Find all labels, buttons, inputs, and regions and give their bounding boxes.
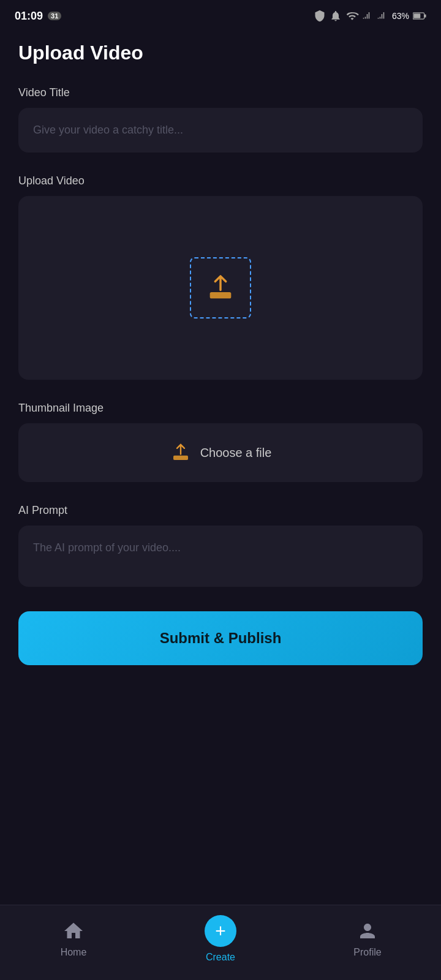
wifi-icon [345, 10, 359, 22]
nav-profile-label: Profile [353, 947, 381, 958]
upload-arrow-icon [205, 272, 236, 304]
thumbnail-label: Thumbnail Image [18, 402, 423, 415]
video-title-section: Video Title [18, 86, 423, 175]
signal-icon [363, 10, 374, 21]
page-title: Upload Video [18, 42, 423, 64]
svg-rect-4 [173, 456, 188, 460]
upload-drop-area[interactable] [18, 196, 423, 380]
upload-icon-inner [205, 272, 236, 304]
shield-icon [314, 10, 326, 22]
signal-icon-2 [377, 10, 388, 21]
battery-icon [413, 12, 426, 20]
thumbnail-section: Thumbnail Image Choose a file [18, 402, 423, 482]
main-content: Upload Video Video Title Upload Video [0, 29, 441, 769]
upload-video-label: Upload Video [18, 175, 423, 187]
home-icon [62, 920, 85, 942]
svg-rect-1 [413, 13, 420, 18]
status-left: 01:09 31 [15, 10, 61, 23]
upload-video-section: Upload Video [18, 175, 423, 380]
choose-file-icon [170, 442, 192, 464]
alarm-icon [330, 10, 342, 22]
status-bar: 01:09 31 63% [0, 0, 441, 29]
submit-publish-button[interactable]: Submit & Publish [18, 611, 423, 665]
choose-file-button[interactable]: Choose a file [18, 423, 423, 482]
nav-create-label: Create [206, 952, 235, 963]
create-plus-button[interactable]: + [205, 915, 236, 947]
nav-item-create[interactable]: + Create [184, 915, 257, 963]
nav-home-label: Home [61, 947, 87, 958]
notification-badge: 31 [48, 12, 61, 20]
battery-text: 63% [392, 11, 409, 21]
ai-prompt-label: AI Prompt [18, 504, 423, 517]
upload-icon-wrapper [190, 257, 251, 318]
profile-icon [356, 920, 379, 942]
status-time: 01:09 [15, 10, 43, 23]
ai-prompt-section: AI Prompt [18, 504, 423, 589]
plus-icon: + [215, 921, 226, 941]
svg-rect-3 [210, 292, 232, 298]
video-title-label: Video Title [18, 86, 423, 99]
nav-item-home[interactable]: Home [37, 920, 110, 958]
nav-item-profile[interactable]: Profile [331, 920, 404, 958]
svg-rect-2 [424, 14, 426, 17]
status-right: 63% [314, 10, 426, 22]
choose-file-label: Choose a file [200, 446, 272, 460]
video-title-input[interactable] [18, 108, 423, 153]
bottom-nav: Home + Create Profile [0, 905, 441, 980]
ai-prompt-input[interactable] [18, 526, 423, 587]
